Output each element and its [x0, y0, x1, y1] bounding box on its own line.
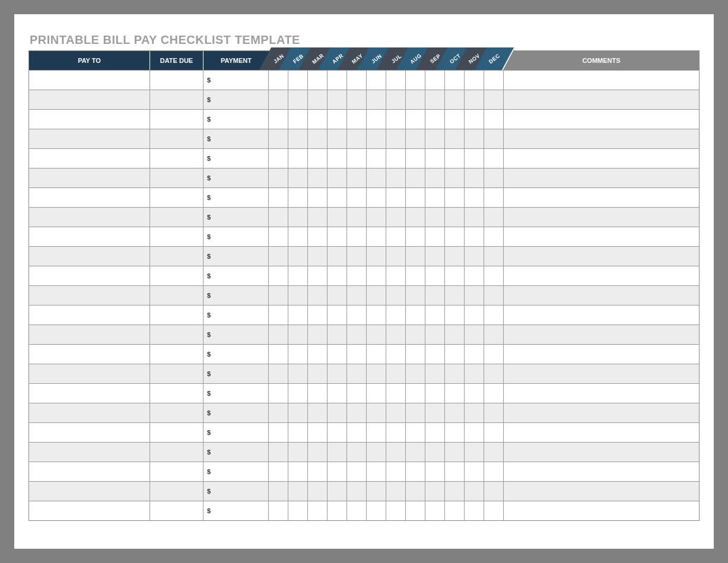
cell-month-dec[interactable]	[484, 227, 504, 246]
cell-month-aug[interactable]	[406, 364, 425, 383]
cell-date-due[interactable]	[150, 482, 204, 501]
cell-month-may[interactable]	[347, 71, 367, 90]
cell-month-sep[interactable]	[425, 90, 445, 109]
cell-month-jul[interactable]	[386, 462, 406, 481]
cell-month-sep[interactable]	[425, 266, 445, 285]
cell-date-due[interactable]	[150, 149, 204, 168]
cell-month-nov[interactable]	[465, 423, 484, 442]
cell-month-may[interactable]	[347, 227, 367, 246]
cell-month-dec[interactable]	[484, 384, 504, 403]
cell-month-apr[interactable]	[328, 423, 347, 442]
cell-month-sep[interactable]	[425, 227, 445, 246]
cell-month-mar[interactable]	[308, 266, 328, 285]
cell-date-due[interactable]	[150, 364, 204, 383]
cell-month-apr[interactable]	[328, 129, 347, 148]
cell-month-mar[interactable]	[308, 286, 328, 305]
cell-comments[interactable]	[504, 110, 699, 129]
cell-month-jul[interactable]	[386, 227, 406, 246]
cell-date-due[interactable]	[150, 443, 204, 462]
cell-month-sep[interactable]	[425, 247, 445, 266]
cell-month-aug[interactable]	[406, 345, 425, 364]
cell-month-may[interactable]	[347, 129, 367, 148]
cell-month-apr[interactable]	[328, 306, 347, 325]
cell-month-sep[interactable]	[425, 208, 445, 227]
cell-comments[interactable]	[504, 325, 699, 344]
cell-month-aug[interactable]	[406, 325, 425, 344]
cell-month-nov[interactable]	[465, 168, 484, 187]
cell-month-jan[interactable]	[269, 90, 288, 109]
cell-payment[interactable]: $	[204, 90, 269, 109]
cell-month-mar[interactable]	[308, 462, 328, 481]
cell-payment[interactable]: $	[204, 129, 269, 148]
cell-month-apr[interactable]	[328, 208, 347, 227]
cell-month-oct[interactable]	[445, 266, 465, 285]
cell-month-jun[interactable]	[367, 306, 386, 325]
cell-month-feb[interactable]	[288, 364, 308, 383]
cell-month-sep[interactable]	[425, 345, 445, 364]
cell-pay-to[interactable]	[29, 90, 150, 109]
cell-month-jan[interactable]	[269, 149, 288, 168]
cell-month-sep[interactable]	[425, 168, 445, 187]
cell-month-jun[interactable]	[367, 345, 386, 364]
cell-comments[interactable]	[504, 188, 699, 207]
cell-month-dec[interactable]	[484, 266, 504, 285]
cell-month-jul[interactable]	[386, 149, 406, 168]
cell-date-due[interactable]	[150, 423, 204, 442]
cell-pay-to[interactable]	[29, 482, 150, 501]
cell-month-nov[interactable]	[465, 129, 484, 148]
cell-month-feb[interactable]	[288, 149, 308, 168]
cell-month-oct[interactable]	[445, 188, 465, 207]
cell-month-jun[interactable]	[367, 462, 386, 481]
cell-month-nov[interactable]	[465, 462, 484, 481]
cell-month-feb[interactable]	[288, 403, 308, 422]
cell-month-oct[interactable]	[445, 345, 465, 364]
cell-month-oct[interactable]	[445, 306, 465, 325]
cell-date-due[interactable]	[150, 306, 204, 325]
cell-date-due[interactable]	[150, 247, 204, 266]
cell-month-jan[interactable]	[269, 188, 288, 207]
cell-month-feb[interactable]	[288, 482, 308, 501]
cell-month-nov[interactable]	[465, 345, 484, 364]
cell-month-sep[interactable]	[425, 462, 445, 481]
cell-payment[interactable]: $	[204, 168, 269, 187]
cell-month-dec[interactable]	[484, 247, 504, 266]
cell-month-nov[interactable]	[465, 306, 484, 325]
cell-month-jan[interactable]	[269, 364, 288, 383]
cell-month-nov[interactable]	[465, 384, 484, 403]
cell-month-mar[interactable]	[308, 208, 328, 227]
cell-comments[interactable]	[504, 443, 699, 462]
cell-comments[interactable]	[504, 501, 699, 520]
cell-month-dec[interactable]	[484, 423, 504, 442]
cell-month-jul[interactable]	[386, 90, 406, 109]
cell-month-apr[interactable]	[328, 149, 347, 168]
cell-month-mar[interactable]	[308, 71, 328, 90]
cell-pay-to[interactable]	[29, 149, 150, 168]
cell-pay-to[interactable]	[29, 227, 150, 246]
cell-month-jan[interactable]	[269, 227, 288, 246]
cell-date-due[interactable]	[150, 71, 204, 90]
cell-month-feb[interactable]	[288, 501, 308, 520]
cell-date-due[interactable]	[150, 90, 204, 109]
cell-month-jul[interactable]	[386, 423, 406, 442]
cell-date-due[interactable]	[150, 325, 204, 344]
cell-month-apr[interactable]	[328, 90, 347, 109]
cell-month-jul[interactable]	[386, 325, 406, 344]
cell-month-aug[interactable]	[406, 208, 425, 227]
cell-payment[interactable]: $	[204, 266, 269, 285]
cell-comments[interactable]	[504, 266, 699, 285]
cell-month-jan[interactable]	[269, 501, 288, 520]
cell-comments[interactable]	[504, 247, 699, 266]
cell-month-sep[interactable]	[425, 364, 445, 383]
cell-month-feb[interactable]	[288, 110, 308, 129]
cell-month-oct[interactable]	[445, 462, 465, 481]
cell-month-feb[interactable]	[288, 325, 308, 344]
cell-month-dec[interactable]	[484, 345, 504, 364]
cell-month-feb[interactable]	[288, 306, 308, 325]
cell-payment[interactable]: $	[204, 384, 269, 403]
cell-month-jan[interactable]	[269, 306, 288, 325]
cell-month-jun[interactable]	[367, 227, 386, 246]
cell-month-apr[interactable]	[328, 443, 347, 462]
cell-month-oct[interactable]	[445, 482, 465, 501]
cell-date-due[interactable]	[150, 266, 204, 285]
cell-month-jun[interactable]	[367, 443, 386, 462]
